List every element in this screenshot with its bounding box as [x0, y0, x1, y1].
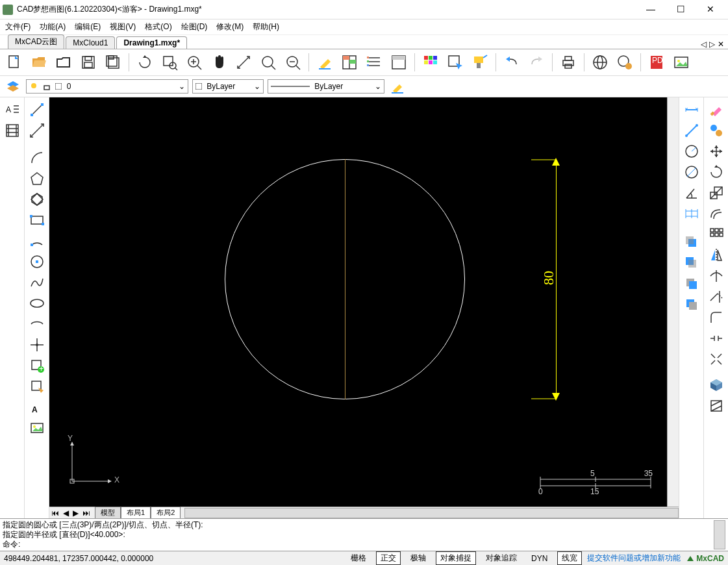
layout1-tab[interactable]: 布局1 [121, 507, 151, 518]
tab-scroll-last-icon[interactable]: ⏭ [81, 509, 92, 518]
doctab-0[interactable]: MxCAD云图 [8, 34, 64, 49]
menu-modify[interactable]: 修改(M) [216, 21, 244, 32]
dim-linear-button[interactable] [682, 100, 701, 119]
color-palette-button[interactable] [420, 52, 441, 73]
polygon-tool[interactable] [27, 190, 47, 209]
cmd-scrollbar[interactable] [714, 520, 725, 549]
web-settings-button[interactable] [614, 52, 635, 73]
minimize-button[interactable]: — [636, 0, 666, 19]
arc-tool[interactable] [27, 148, 47, 168]
dim-diameter-button[interactable] [682, 162, 701, 182]
erase-button[interactable] [707, 100, 726, 119]
tabnav-next-icon[interactable]: ▷ [709, 40, 715, 49]
feedback-link[interactable]: 提交软件问题或增加新功能 [587, 553, 681, 564]
dim-aligned-button[interactable] [682, 121, 701, 140]
polar-toggle[interactable]: 极轴 [406, 551, 431, 565]
move-backward-button[interactable] [682, 253, 701, 273]
rotate-view-button[interactable] [134, 52, 155, 73]
extend-button[interactable] [707, 287, 726, 307]
zoom-extents-button[interactable] [233, 52, 254, 73]
layer-dropdown[interactable]: 0 ⌄ [26, 79, 188, 94]
menu-draw[interactable]: 绘图(D) [181, 21, 208, 32]
save-button[interactable] [78, 52, 99, 73]
spline-tool[interactable] [27, 273, 47, 292]
zoom-window-button[interactable] [159, 52, 180, 73]
trim-button[interactable] [707, 266, 726, 286]
offset-button[interactable] [707, 204, 726, 223]
break-button[interactable] [707, 329, 726, 348]
drawing-canvas[interactable]: 80 X Y [49, 97, 667, 507]
menu-view[interactable]: 视图(V) [110, 21, 136, 32]
tab-scroll-next-icon[interactable]: ▶ [71, 509, 81, 518]
model-tab[interactable]: 模型 [95, 507, 121, 518]
explode-button[interactable] [707, 349, 726, 369]
fillet-button[interactable] [707, 308, 726, 327]
zoom-realtime-button[interactable] [258, 52, 279, 73]
horizontal-scrollbar[interactable] [184, 508, 679, 518]
color-dropdown[interactable]: ByLayer ⌄ [192, 79, 264, 94]
list-panel-button[interactable] [364, 52, 384, 73]
make-block-tool[interactable] [27, 377, 47, 396]
open-button[interactable] [53, 52, 74, 73]
move-forward-button[interactable] [682, 232, 701, 252]
linetype-dropdown[interactable]: ByLayer ⌄ [268, 79, 384, 94]
move-button[interactable] [707, 142, 726, 161]
close-button[interactable]: ✕ [696, 0, 725, 19]
layers-button[interactable] [4, 79, 22, 94]
save-all-button[interactable] [103, 52, 123, 73]
line-tool[interactable] [27, 100, 47, 119]
osnap-toggle[interactable]: 对象捕捉 [436, 551, 476, 565]
image-tool[interactable] [27, 418, 47, 438]
lineweight-toggle[interactable]: 线宽 [557, 551, 582, 565]
grid-toggle[interactable]: 栅格 [346, 551, 371, 565]
tab-scroll-prev-icon[interactable]: ◀ [61, 509, 71, 518]
zoom-in-button[interactable] [184, 52, 205, 73]
menu-func[interactable]: 功能(A) [40, 21, 66, 32]
pentagon-tool[interactable] [27, 169, 47, 188]
dim-radius-button[interactable] [682, 142, 701, 161]
open-folder-button[interactable] [29, 52, 49, 73]
point-tool[interactable] [27, 335, 47, 355]
mirror-button[interactable] [707, 245, 726, 265]
redo-button[interactable] [526, 52, 547, 73]
bring-front-button[interactable] [682, 274, 701, 294]
circle-tool[interactable] [27, 252, 47, 271]
rectangle-tool[interactable] [27, 210, 47, 230]
doctab-2[interactable]: Drawing1.mxg* [116, 36, 187, 49]
copy-button[interactable] [707, 121, 726, 140]
menu-edit[interactable]: 编辑(E) [75, 21, 101, 32]
arc-3p-tool[interactable] [27, 231, 47, 251]
tabnav-prev-icon[interactable]: ◁ [701, 40, 707, 49]
dim-angular-button[interactable] [682, 183, 701, 203]
array-button[interactable] [707, 225, 726, 244]
new-file-button[interactable] [4, 52, 25, 73]
text-style-button[interactable]: A [3, 100, 22, 119]
properties-panel-button[interactable] [339, 52, 360, 73]
3d-view-button[interactable] [707, 375, 726, 395]
menu-file[interactable]: 文件(F) [5, 21, 31, 32]
highlight-button[interactable] [314, 52, 335, 73]
layout2-tab[interactable]: 布局2 [151, 507, 181, 518]
brush-button[interactable] [470, 52, 490, 73]
render-button[interactable] [707, 396, 726, 416]
construction-line-tool[interactable] [27, 121, 47, 140]
ortho-toggle[interactable]: 正交 [376, 551, 401, 565]
rotate-button[interactable] [707, 162, 726, 182]
image-export-button[interactable] [671, 52, 692, 73]
menu-format[interactable]: 格式(O) [145, 21, 171, 32]
menu-help[interactable]: 帮助(H) [253, 21, 279, 32]
cmd-prompt[interactable]: 命令: [3, 540, 714, 549]
edit-style-button[interactable] [388, 79, 407, 94]
scale-button[interactable] [707, 183, 726, 203]
dim-continue-button[interactable] [682, 204, 701, 223]
select-button[interactable] [445, 52, 466, 73]
text-tool[interactable]: A [27, 397, 47, 417]
zoom-out-button[interactable] [282, 52, 303, 73]
web-button[interactable] [590, 52, 610, 73]
pdf-export-button[interactable]: PDF [646, 52, 667, 73]
tab-scroll-first-icon[interactable]: ⏮ [49, 509, 61, 518]
maximize-button[interactable]: ☐ [666, 0, 696, 19]
otrack-toggle[interactable]: 对象追踪 [481, 551, 521, 565]
tabnav-close-icon[interactable]: ✕ [718, 40, 724, 49]
layout-button[interactable] [388, 52, 409, 73]
